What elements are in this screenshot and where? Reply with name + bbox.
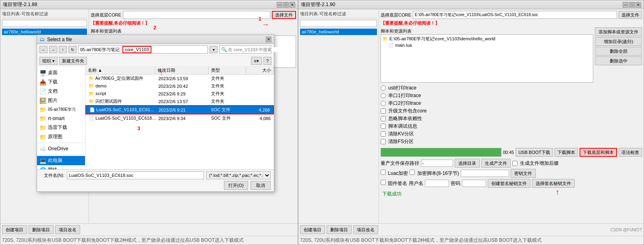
dialog-search-input[interactable] [228,47,284,52]
right-core-input[interactable] [413,11,617,19]
desktop-icon: 🖥️ [39,70,46,76]
right-minimize-btn[interactable]: — [623,2,628,8]
gen-extra-checkbox[interactable] [512,161,518,166]
debug-info-checkbox[interactable] [381,124,386,129]
clear-kv-checkbox[interactable] [381,131,386,137]
sidebar-schematics[interactable]: 📁 原理图 [37,132,85,141]
firmware-sign-option[interactable]: 固件签名 [381,180,407,187]
right-project-item[interactable]: air780e_helloworld [300,29,377,35]
col-header-name[interactable]: 名称 ▲ [85,66,155,74]
clear-fs-checkbox[interactable] [381,139,386,144]
dialog-close-button[interactable]: ✕ [266,37,271,42]
file-size-soc-ec618: 4,268 [245,108,271,112]
close-btn[interactable]: ✕ [290,2,295,8]
delete-selected-button[interactable]: 删除选中 [595,56,642,65]
add-scripts-button[interactable]: 添加脚本或资源文件 [595,27,642,36]
serial1-trace-radio[interactable] [381,93,386,98]
password-input[interactable] [462,180,486,187]
delete-all-button[interactable]: 删除全部 [595,47,642,56]
right-two-col: 脚本和资源列表 📁 E:\05-air780E学习笔记\core_V1103\d… [381,27,642,83]
nav-refresh-button[interactable]: ↻ [68,46,77,53]
nav-back-button[interactable]: ← [39,46,48,53]
create-sign-key-button[interactable]: 创建签名秘钥文件 [488,179,530,188]
minimize-btn[interactable]: — [277,2,282,8]
download-core-script-button[interactable]: 下载底层和脚本 [580,148,617,157]
file-row-soc-ec618[interactable]: 📄 LuatOS-SoC_V1103_EC618.soc 2023/2/6 9:… [85,105,274,114]
dialog-cancel-button[interactable]: 取消 [251,181,271,190]
serial2-trace-option[interactable]: 串口2打印trace [381,100,642,107]
col-header-type[interactable]: 类型 [209,66,246,74]
serial2-trace-radio[interactable] [381,101,386,106]
luac-encrypt-option[interactable]: Luac加密 [381,170,408,177]
file-row-air780eg[interactable]: 📁 Air780EG_定位测试固件 2023/2/6 13:59 文件夹 [85,75,274,82]
view-toggle-button[interactable]: ≡▾ [251,57,261,65]
new-folder-button[interactable]: 新建文件夹 [59,57,87,65]
dialog-open-button[interactable]: 打开(O) [224,181,248,190]
sidebar-downloads[interactable]: 📥 下载 [37,77,85,87]
create-project-btn-right[interactable]: 创建项目 [300,225,325,234]
clear-kv-option[interactable]: 清除KV分区 [381,131,642,137]
nav-forward-button[interactable]: → [49,46,57,53]
rename-project-btn-left[interactable]: 项目改名 [55,225,80,234]
sidebar-desktop[interactable]: 🖥️ 桌面 [37,68,85,77]
encrypt-file-button[interactable]: 密钥文件 [511,169,536,178]
file-row-demo[interactable]: 📁 demo 2023/2/6 20:42 文件夹 [85,82,274,90]
sidebar-onedrive[interactable]: ☁️ OneDrive [37,144,85,153]
project-item[interactable]: air780e_helloworld [2,29,87,35]
verify-button[interactable]: 语法检查 [619,148,642,157]
download-script-button[interactable]: 下载脚本 [555,148,578,157]
debug-info-option[interactable]: 脚本调试信息 [381,123,642,130]
breadcrumb-dropdown[interactable]: ▾ [209,46,217,53]
help-button[interactable]: ? [263,57,271,65]
create-project-btn-left[interactable]: 创建项目 [2,225,27,234]
luac-encrypt-checkbox[interactable] [381,170,386,175]
filetype-select[interactable]: (*.lod;*.blf;*.zip;*.pac;*.ec;*.st [206,171,271,179]
usb-trace-radio[interactable] [381,85,386,91]
select-dir-button[interactable]: 选择目录 [455,159,480,168]
sidebar-documents[interactable]: 📄 文档 [37,87,85,96]
ignore-dep-checkbox[interactable] [381,116,386,121]
add-dir-button[interactable]: 增加目录(递归) [595,37,642,46]
file-row-ledtest[interactable]: 📁 闪灯测试固件 2023/2/6 13:57 文件夹 [85,98,274,105]
username-input[interactable] [425,180,449,187]
organize-button[interactable]: 组织 ▾ [39,57,58,65]
delete-project-btn-right[interactable]: 删除项目 [327,225,352,234]
nav-up-button[interactable]: ↑ [59,46,67,53]
col-header-date[interactable]: 修改日期 [155,66,209,74]
encrypt-script-checkbox[interactable] [410,170,415,175]
usb-boot-download-button[interactable]: USB BOOT下载 [516,148,553,157]
encrypt-script-option[interactable]: 加密脚本(8-16字节) [410,170,459,177]
sidebar-network[interactable]: 🌐 网络 [37,165,85,169]
sidebar-air780e[interactable]: 📁 05-air780E学习 [37,105,85,114]
select-sign-key-button[interactable]: 选择签名秘钥文件 [532,179,575,188]
gen-extra-option[interactable]: 生成文件增加后缀 [512,160,559,167]
rename-project-btn-right[interactable]: 项目改名 [353,225,378,234]
maximize-btn[interactable]: □ [283,2,289,8]
usb-trace-option[interactable]: usb打印trace [381,85,642,91]
delete-project-btn-left[interactable]: 删除项目 [29,225,54,234]
right-maximize-btn[interactable]: □ [629,2,635,8]
file-row-script[interactable]: 📁 script 2023/2/6 9:29 文件夹 [85,90,274,98]
project-search-input[interactable] [2,20,87,27]
mass-path-input[interactable] [421,160,453,167]
gen-mass-button[interactable]: 生成产文件 [481,159,511,168]
sidebar-pictures[interactable]: 🖼️ 图片 [37,96,85,105]
serial1-trace-option[interactable]: 串口1打印trace [381,92,642,99]
firmware-sign-checkbox[interactable] [381,180,386,185]
select-file-button[interactable]: 选择文件 [272,11,296,19]
clear-fs-option[interactable]: 清除FS分区 [381,138,642,145]
file-row-soc-tts[interactable]: 📄 LuatOS-SoC_V1103_EC618_TTS.soc 2023/2/… [85,114,274,122]
core-input[interactable] [123,11,270,19]
sidebar-thispc[interactable]: 💻 此电脑 [37,156,85,165]
upgrade-include-core-checkbox[interactable] [381,108,386,114]
upgrade-include-core-option[interactable]: 升级文件包含core [381,108,642,114]
filename-input[interactable] [67,171,204,179]
ignore-dep-option[interactable]: 忽略脚本依赖性 [381,115,642,122]
sidebar-rtsmart[interactable]: 📁 rt-smart [37,114,85,123]
right-select-file-button[interactable]: 选择文件 [619,11,642,19]
right-close-btn[interactable]: ✕ [636,2,641,8]
col-header-size[interactable]: 大小 [246,66,274,74]
sidebar-xunlei[interactable]: 📁 迅雷下载 [37,123,85,132]
encrypt-key-input[interactable] [461,170,509,177]
right-project-search[interactable] [300,20,377,27]
